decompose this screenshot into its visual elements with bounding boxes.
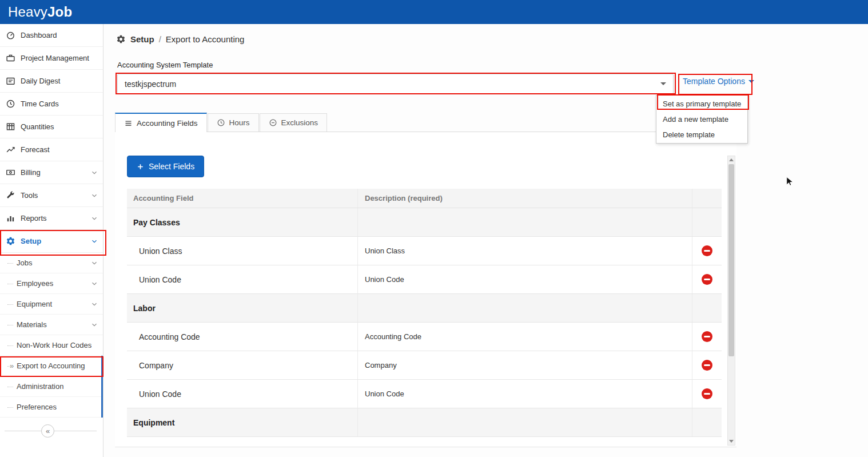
sidebar-subitem-label: Preferences xyxy=(17,403,57,411)
sidebar-subitem-jobs[interactable]: Jobs xyxy=(0,253,103,273)
accounting-field-cell: Union Class xyxy=(127,237,357,265)
group-description xyxy=(357,294,692,322)
description-cell[interactable]: Union Class xyxy=(357,237,692,265)
sidebar-item-daily-digest[interactable]: Daily Digest xyxy=(0,70,103,93)
sidebar-subitem-non-work-hour-codes[interactable]: Non-Work Hour Codes xyxy=(0,335,103,356)
briefcase-icon xyxy=(6,53,15,63)
column-header-description: Description (required) xyxy=(357,189,692,208)
chevron-down-icon xyxy=(90,300,98,308)
sidebar-item-label: Tools xyxy=(21,191,38,200)
double-chevron-right-icon: » xyxy=(10,361,14,370)
select-fields-button[interactable]: Select Fields xyxy=(127,156,204,177)
table-row-union-code: Union Code Union Code xyxy=(127,265,722,294)
chevron-down-icon xyxy=(90,214,98,222)
caret-down-icon xyxy=(660,82,666,85)
active-section-indicator xyxy=(101,356,103,418)
sidebar-item-forecast[interactable]: Forecast xyxy=(0,138,103,161)
remove-field-button[interactable] xyxy=(702,388,712,399)
remove-field-button[interactable] xyxy=(702,245,712,256)
template-label: Accounting System Template xyxy=(117,61,213,69)
clock-icon xyxy=(6,99,15,109)
sidebar-subitem-preferences[interactable]: Preferences xyxy=(0,397,103,418)
group-actions xyxy=(692,408,722,436)
sidebar-subitem-employees[interactable]: Employees xyxy=(0,273,103,294)
gear-icon xyxy=(6,236,15,246)
sidebar-subitem-label: Non-Work Hour Codes xyxy=(17,341,91,349)
scroll-down-icon[interactable] xyxy=(728,438,735,445)
description-cell[interactable]: Union Code xyxy=(357,380,692,408)
sidebar-subitem-label: Administration xyxy=(17,382,63,391)
trend-chart-icon xyxy=(6,145,15,154)
remove-field-button[interactable] xyxy=(702,360,712,371)
tab-hours[interactable]: Hours xyxy=(208,113,259,132)
sidebar-item-quantities[interactable]: Quantities xyxy=(0,116,103,138)
sidebar-item-dashboard[interactable]: Dashboard xyxy=(0,24,103,47)
table-row-company: Company Company xyxy=(127,351,722,380)
tab-label: Accounting Fields xyxy=(137,119,198,128)
bar-chart-icon xyxy=(6,213,15,223)
sidebar-subitem-materials[interactable]: Materials xyxy=(0,315,103,335)
sidebar-item-label: Time Cards xyxy=(21,100,59,108)
sidebar-subitem-label: Equipment xyxy=(17,300,52,308)
scrollbar-thumb[interactable] xyxy=(728,164,734,356)
sidebar-subitem-label: Materials xyxy=(17,320,47,329)
sidebar-item-reports[interactable]: Reports xyxy=(0,207,103,230)
topbar: HeavyJob xyxy=(0,0,868,24)
description-cell[interactable]: Union Code xyxy=(357,265,692,293)
accounting-field-cell: Company xyxy=(127,351,357,379)
brand-bold: Job xyxy=(47,4,72,19)
app-logo[interactable]: HeavyJob xyxy=(8,4,72,20)
chevron-down-icon xyxy=(90,321,98,329)
plus-icon xyxy=(137,163,144,170)
chevron-down-icon xyxy=(90,280,98,288)
table-group-row-equipment: Equipment xyxy=(127,408,722,437)
description-cell[interactable]: Company xyxy=(357,351,692,379)
table-scrollbar[interactable] xyxy=(727,156,735,446)
tab-bar: Accounting Fields Hours Exclusions xyxy=(115,113,722,132)
column-header-actions xyxy=(692,189,722,208)
group-label: Equipment xyxy=(127,408,357,436)
sidebar-subitem-administration[interactable]: Administration xyxy=(0,376,103,397)
sidebar-item-project-management[interactable]: Project Management xyxy=(0,47,103,70)
sidebar-item-label: Billing xyxy=(21,168,41,177)
accounting-fields-panel: Select Fields Accounting Field Descripti… xyxy=(115,132,736,447)
sidebar-subitem-export-to-accounting[interactable]: » Export to Accounting xyxy=(0,356,103,376)
template-select[interactable]: testkjspectrum xyxy=(117,74,674,94)
sidebar-item-time-cards[interactable]: Time Cards xyxy=(0,93,103,116)
tab-exclusions[interactable]: Exclusions xyxy=(260,113,328,132)
tab-accounting-fields[interactable]: Accounting Fields xyxy=(115,113,207,132)
sidebar-item-label: Setup xyxy=(21,237,41,245)
sidebar-item-setup[interactable]: Setup xyxy=(0,230,103,253)
table-row-union-code-2: Union Code Union Code xyxy=(127,380,722,408)
wrench-icon xyxy=(6,190,15,200)
sidebar-item-label: Project Management xyxy=(21,54,89,62)
gear-icon xyxy=(116,34,126,44)
group-label: Pay Classes xyxy=(127,208,357,236)
table-grid-icon xyxy=(6,122,15,132)
sidebar-item-tools[interactable]: Tools xyxy=(0,184,103,207)
menu-item-delete-template[interactable]: Delete template xyxy=(656,127,747,142)
tab-label: Exclusions xyxy=(281,118,318,127)
sidebar-subitem-label: Jobs xyxy=(17,259,32,267)
remove-field-button[interactable] xyxy=(702,274,712,285)
actions-cell xyxy=(692,323,722,351)
sidebar-subitem-label: Export to Accounting xyxy=(17,361,85,370)
collapse-sidebar-button[interactable]: « xyxy=(41,424,54,438)
remove-field-button[interactable] xyxy=(702,331,712,342)
menu-item-add-new-template[interactable]: Add a new template xyxy=(656,112,747,127)
list-icon xyxy=(124,119,133,128)
menu-item-set-primary-template[interactable]: Set as primary template xyxy=(656,96,747,112)
template-select-value: testkjspectrum xyxy=(125,80,176,89)
column-header-accounting-field: Accounting Field xyxy=(127,189,357,208)
table-row-union-class: Union Class Union Class xyxy=(127,237,722,265)
scroll-up-icon[interactable] xyxy=(728,156,735,164)
sidebar-subitem-equipment[interactable]: Equipment xyxy=(0,294,103,315)
description-cell[interactable]: Accounting Code xyxy=(357,323,692,351)
caret-down-icon xyxy=(748,80,754,83)
sidebar-item-label: Quantities xyxy=(21,122,54,131)
sidebar-item-billing[interactable]: Billing xyxy=(0,161,103,184)
template-options-button[interactable]: Template Options xyxy=(683,77,754,86)
breadcrumb-section[interactable]: Setup xyxy=(130,34,154,44)
tab-label: Hours xyxy=(229,118,250,127)
accounting-field-cell: Union Code xyxy=(127,265,357,293)
